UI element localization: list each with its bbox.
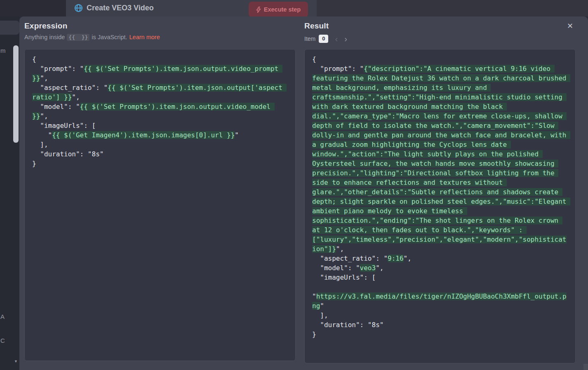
scrollbar-down-arrow[interactable]: ▼	[13, 359, 19, 363]
scrollbar-corner	[583, 364, 588, 370]
background-header: Create VEO3 Video Execute step	[0, 0, 588, 16]
item-index-badge: 0	[319, 35, 328, 43]
background-tab-fragment	[0, 21, 19, 35]
learn-more-link[interactable]: Learn more	[129, 34, 160, 40]
execute-step-label: Execute step	[264, 6, 301, 13]
background-left-panel: m A C ▼	[0, 16, 19, 370]
execute-step-button[interactable]: Execute step	[249, 2, 308, 16]
result-column: Result Item 0 ‹ › { "prompt": "{"descrip…	[304, 21, 576, 31]
expression-editor-modal: ✕ Expression Anything inside{{ }}is Java…	[19, 16, 588, 370]
background-text-fragment: C	[0, 337, 5, 344]
screen: Create VEO3 Video Execute step m A C ▼ ✕…	[0, 0, 588, 370]
expression-title: Expression	[24, 21, 296, 31]
result-viewer: { "prompt": "{"description":"A cinematic…	[304, 49, 576, 363]
expression-column: Expression Anything inside{{ }}is JavaSc…	[24, 21, 296, 31]
next-item-icon[interactable]: ›	[344, 35, 347, 42]
node-title-label: Create VEO3 Video	[87, 4, 154, 12]
background-text-fragment: A	[0, 313, 5, 320]
node-title: Create VEO3 Video	[74, 4, 154, 12]
background-panel-left	[0, 0, 66, 16]
background-text-fragment: m	[0, 47, 6, 54]
result-item-nav: Item 0 ‹ ›	[304, 35, 347, 43]
braces-code: {{ }}	[67, 34, 89, 41]
result-title: Result	[304, 21, 576, 31]
globe-icon	[74, 4, 83, 12]
background-panel-right	[317, 0, 588, 16]
expression-code[interactable]: { "prompt": "{{ $('Set Prompts').item.js…	[25, 49, 295, 173]
subtitle-suffix: is JavaScript.	[92, 34, 127, 40]
result-code: { "prompt": "{"description":"A cinematic…	[305, 49, 575, 344]
lightning-icon	[256, 7, 261, 13]
scrollbar[interactable]: ▼	[13, 45, 19, 370]
prev-item-icon[interactable]: ‹	[335, 35, 338, 42]
expression-subtitle: Anything inside{{ }}is JavaScript.Learn …	[24, 34, 160, 40]
expression-editor[interactable]: { "prompt": "{{ $('Set Prompts').item.js…	[24, 49, 296, 361]
item-label: Item	[304, 35, 315, 42]
scrollbar-thumb[interactable]	[13, 45, 19, 143]
subtitle-prefix: Anything inside	[24, 34, 65, 40]
